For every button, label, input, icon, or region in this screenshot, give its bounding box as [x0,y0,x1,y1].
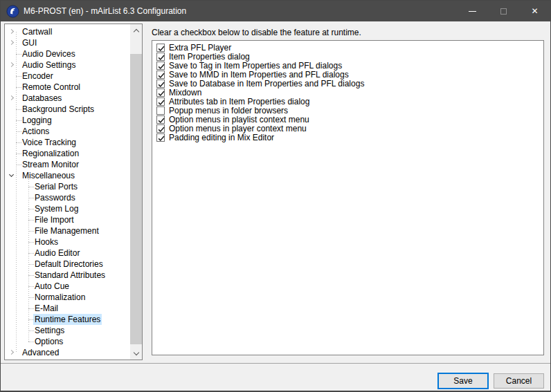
chevron-down-icon[interactable] [9,172,14,177]
tree-item-hooks[interactable]: Hooks [5,236,130,248]
tree-scrollbar[interactable] [130,24,142,360]
tree-item-label: Runtime Features [33,314,102,325]
tree-item-label: Remote Control [21,82,82,93]
tree-connector [28,198,34,198]
checkbox-checked-icon[interactable] [156,97,165,106]
tree-item-options[interactable]: Options [5,336,130,347]
tree-connector [28,297,34,298]
feature-label: Save to Tag in Item Properties and PFL d… [169,61,342,71]
checkbox-checked-icon[interactable] [156,133,165,142]
tree-connector [16,109,21,110]
checkbox-checked-icon[interactable] [156,124,165,133]
runtime-features-list: Extra PFL PlayerItem Properties dialogSa… [152,40,544,355]
tree-item-label: Audio Editor [33,248,81,259]
tree-item-miscellaneous[interactable]: Miscellaneous [5,170,130,181]
tree-item-passwords[interactable]: Passwords [5,192,130,203]
tree-connector [28,330,34,331]
tree-item-label: Audio Settings [21,59,77,71]
feature-label: Popup menus in folder browsers [169,106,288,115]
mairlist-logo-icon [6,5,19,18]
tree-item-logging[interactable]: Logging [5,115,130,126]
tree-item-label: Actions [21,126,51,137]
tree-item-background-scripts[interactable]: Background Scripts [5,104,130,115]
checkbox-checked-icon[interactable] [156,80,165,88]
checkbox-checked-icon[interactable] [156,44,165,52]
separator-line [1,363,550,364]
tree-connector [28,242,34,243]
cancel-button[interactable]: Cancel [494,373,544,389]
chevron-right-icon[interactable] [9,350,14,355]
checkbox-checked-icon[interactable] [156,115,165,124]
checkbox-checked-icon[interactable] [156,62,165,70]
tree-item-label: File Import [33,214,75,225]
tree-item-label: Databases [21,93,63,104]
chevron-right-icon[interactable] [9,29,14,34]
tree-item-normalization[interactable]: Normalization [5,292,130,303]
tree-item-label: Encoder [21,71,55,82]
chevron-right-icon[interactable] [9,95,14,100]
tree-item-audio-devices[interactable]: Audio Devices [5,48,130,59]
minimize-button[interactable] [457,1,488,21]
tree-item-e-mail[interactable]: E-Mail [5,303,130,314]
tree-connector [28,231,34,232]
tree-item-label: E-Mail [33,303,60,314]
tree-item-auto-cue[interactable]: Auto Cue [5,281,130,292]
feature-row-save-to-database-in-item-properties-and-pfl-dialogs[interactable]: Save to Database in Item Properties and … [152,80,543,88]
window-title: M6-PROST (en) - mAirList 6.3 Configurati… [24,6,186,16]
tree-item-gui[interactable]: GUI [5,37,130,48]
tree-item-label: Stream Monitor [21,159,80,170]
close-icon: ✕ [531,6,538,16]
tree-item-file-management[interactable]: File Management [5,225,130,236]
tree-item-audio-editor[interactable]: Audio Editor [5,248,130,259]
tree-connector [28,264,34,265]
tree-connector [16,142,21,143]
tree-item-regionalization[interactable]: Regionalization [5,148,130,159]
tree-connector [16,54,21,55]
tree-item-audio-settings[interactable]: Audio Settings [5,59,130,71]
scroll-up-arrow-icon[interactable] [130,24,142,36]
chevron-right-icon[interactable] [9,62,14,67]
checkbox-unchecked-icon[interactable] [156,106,165,115]
tree-connector [28,209,34,209]
save-button-label: Save [453,376,472,386]
checkbox-checked-icon[interactable] [156,88,165,97]
tree-item-default-directories[interactable]: Default Directories [5,259,130,270]
tree-item-databases[interactable]: Databases [5,93,130,104]
checkbox-checked-icon[interactable] [156,71,165,79]
close-button[interactable]: ✕ [519,1,550,21]
tree-connector [16,153,21,154]
tree-item-settings[interactable]: Settings [5,325,130,336]
window-controls: ✕ [457,1,550,21]
tree-item-label: Passwords [33,192,77,203]
feature-label: Attributes tab in Item Properties dialog [169,97,309,106]
minimize-icon [469,11,476,12]
tree-item-advanced[interactable]: Advanced [5,347,130,358]
tree-item-actions[interactable]: Actions [5,126,130,137]
tree-item-stream-monitor[interactable]: Stream Monitor [5,159,130,170]
chevron-right-icon[interactable] [9,40,14,45]
tree-item-label: System Log [33,203,80,214]
tree-item-file-import[interactable]: File Import [5,214,130,225]
tree-item-label: Background Scripts [21,104,96,115]
checkbox-checked-icon[interactable] [156,53,165,61]
tree-item-standard-attributes[interactable]: Standard Attributes [5,270,130,281]
tree-item-runtime-features[interactable]: Runtime Features [5,314,130,325]
config-tree: CartwallGUIAudio DevicesAudio SettingsEn… [5,24,130,360]
scrollbar-thumb[interactable] [130,54,142,344]
tree-item-encoder[interactable]: Encoder [5,71,130,82]
feature-row-padding-editing-in-mix-editor[interactable]: Padding editing in Mix Editor [152,133,543,142]
scroll-down-arrow-icon[interactable] [130,348,142,360]
tree-item-serial-ports[interactable]: Serial Ports [5,181,130,192]
tree-item-label: File Management [33,225,100,236]
tree-item-voice-tracking[interactable]: Voice Tracking [5,137,130,148]
tree-item-remote-control[interactable]: Remote Control [5,82,130,93]
feature-label: Item Properties dialog [169,52,250,62]
tree-connector [28,342,34,342]
feature-label: Padding editing in Mix Editor [169,133,274,142]
tree-item-label: Logging [21,115,53,126]
tree-item-label: Regionalization [21,148,80,159]
tree-item-cartwall[interactable]: Cartwall [5,26,130,37]
save-button[interactable]: Save [437,373,489,389]
tree-item-label: Serial Ports [33,181,79,192]
tree-item-system-log[interactable]: System Log [5,203,130,214]
